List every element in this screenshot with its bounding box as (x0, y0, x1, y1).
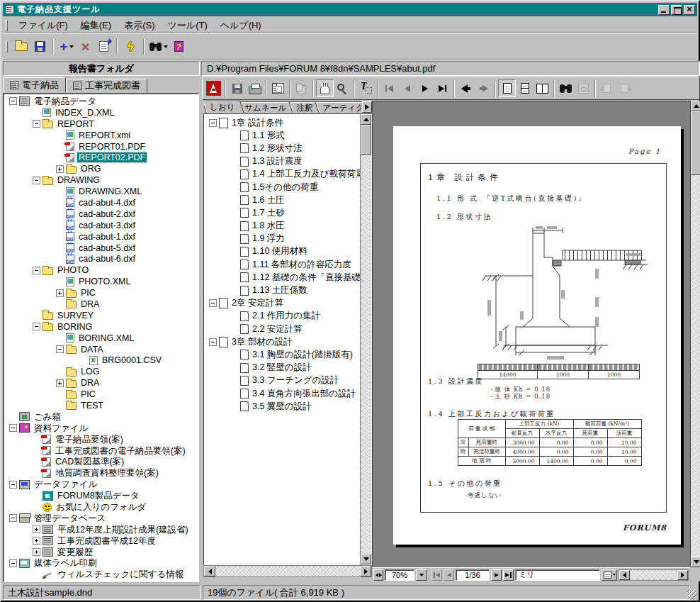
collapse-toggle-icon[interactable] (9, 481, 17, 489)
tree-item-label[interactable]: 変更履歴 (56, 547, 94, 557)
panel-splitter[interactable] (199, 77, 202, 583)
tree-item[interactable]: 電子納品データ (6, 96, 198, 107)
bookmark-item[interactable]: 1.9 浮力 (208, 233, 360, 245)
tree-item-label[interactable]: BRG0001.CSV (101, 355, 163, 365)
tree-item-label[interactable]: ORG (79, 164, 102, 174)
tree-item[interactable]: CAD製図基準(案) (6, 457, 198, 468)
collapse-toggle-icon[interactable] (33, 267, 40, 274)
scroll-right-button[interactable] (677, 570, 688, 580)
tree-item[interactable]: PIC (6, 287, 198, 299)
tree-item[interactable]: PIC (6, 389, 198, 400)
validate-button[interactable] (121, 38, 140, 56)
tree-item-label[interactable]: cad-abut-1.dxf (77, 232, 137, 242)
tree-item-label[interactable]: 地質調査資料整理要領(案) (54, 468, 160, 478)
bookmark-label[interactable]: 1.6 土圧 (252, 194, 285, 206)
bookmark-item[interactable]: 3.1 胸壁の設計(踏掛版有) (208, 348, 360, 361)
tree-item[interactable]: 管理データベース (6, 513, 198, 524)
tab-しおり[interactable]: しおり (204, 101, 244, 113)
tree-item-label[interactable]: REPORT01.PDF (77, 142, 147, 152)
bookmark-item[interactable]: 1.1 形式 (208, 129, 360, 142)
save-button[interactable] (30, 38, 49, 56)
expand-toggle-icon[interactable] (33, 537, 40, 545)
tree-item-label[interactable]: cad-abut-5.dxf (77, 243, 137, 253)
tree-item-label[interactable]: 媒体ラベル印刷 (33, 558, 98, 568)
tree-item-label[interactable]: 管理データベース (33, 513, 107, 523)
tree-item-label[interactable]: TEST (79, 401, 105, 411)
bookmark-item[interactable]: 1.2 形状寸法 (208, 142, 360, 155)
bookmark-label[interactable]: 3.2 竪壁の設計 (252, 362, 312, 374)
scroll-left-button[interactable] (204, 566, 215, 576)
bookmark-item[interactable]: 3.5 翼壁の設計 (208, 400, 360, 413)
toolbar-grip[interactable] (6, 41, 8, 52)
tree-item[interactable]: cad-abut-1.dxf (6, 231, 198, 243)
tree-item-label[interactable]: 平成12年度上期設計成果(建設省) (56, 525, 190, 535)
bookmark-label[interactable]: 1.9 浮力 (252, 233, 285, 245)
tree-item-label[interactable]: REPORT02.PDF (77, 152, 147, 162)
first-page-button[interactable] (431, 569, 442, 581)
first-page-button[interactable] (380, 79, 398, 97)
page-view[interactable]: Page 1 1章 設計条件 1.1 形 式 『逆T式橋台(直接基礎)』 1.2… (372, 101, 690, 567)
bookmark-vscrollbar[interactable] (360, 114, 371, 564)
tree-item-label[interactable]: REPORT (56, 119, 96, 129)
tree-item-label[interactable]: cad-abut-3.dxf (77, 221, 137, 230)
continuous-facing-button[interactable] (534, 79, 551, 97)
zoom-tool-button[interactable] (334, 79, 351, 97)
bookmark-label[interactable]: 3.5 翼壁の設計 (252, 401, 312, 413)
page-indicator-field[interactable]: 1/36 (456, 569, 490, 581)
bookmark-label[interactable]: 2.2 安定計算 (252, 323, 303, 335)
tree-item[interactable]: PHOTO (6, 264, 198, 276)
find-button[interactable] (148, 38, 169, 56)
expand-toggle-icon[interactable] (33, 525, 40, 533)
bookmark-item[interactable]: 1章 設計条件 (208, 116, 360, 129)
bookmark-label[interactable]: 3章 部材の設計 (232, 336, 293, 348)
tab-アーティクル[interactable]: アーティクル (315, 101, 361, 113)
tree-item[interactable]: BORING.XML (6, 333, 198, 344)
tree-item[interactable]: ごみ箱 (6, 411, 198, 423)
bookmark-label[interactable]: 1.13 土圧係数 (252, 284, 307, 296)
tree-item[interactable]: cad-abut-5.dxf (6, 243, 198, 254)
collapse-toggle-icon[interactable] (33, 177, 40, 184)
tree-item[interactable]: お気に入りのフォルダ (6, 501, 198, 513)
tree-item-label[interactable]: PIC (79, 288, 97, 298)
bookmark-item[interactable]: 1.5その他の荷重 (208, 181, 360, 194)
tree-item[interactable]: ウィルスチェックに関する情報 (6, 569, 198, 580)
collapse-toggle-icon[interactable] (209, 299, 217, 307)
tree-item-label[interactable]: LOG (79, 367, 101, 377)
bookmark-item[interactable]: 3.4 直角方向張出部の設計 (208, 387, 360, 400)
scroll-track[interactable] (361, 155, 371, 554)
next-page-button[interactable] (416, 79, 434, 97)
title-bar[interactable]: 電子納品支援ツール (3, 3, 697, 16)
bookmark-label[interactable]: 1.1 形式 (252, 130, 285, 142)
bookmark-label[interactable]: 3.4 直角方向張出部の設計 (252, 388, 356, 400)
tree-item[interactable]: cad-abut-3.dxf (6, 220, 198, 231)
bookmark-label[interactable]: 2.1 作用力の集計 (252, 310, 320, 322)
search-button[interactable] (575, 79, 592, 97)
scroll-thumb[interactable] (361, 125, 371, 155)
tree-item-label[interactable]: 工事完成図書の電子納品要領(案) (54, 446, 187, 456)
tree-item[interactable]: DATA (6, 344, 198, 355)
tree-item-label[interactable]: cad-abut-6.dxf (77, 254, 137, 264)
tree-item-label[interactable]: データファイル (33, 479, 98, 489)
tree-item-label[interactable]: cad-abut-4.dxf (77, 198, 137, 208)
tree-item[interactable]: PHOTO.XML (6, 276, 198, 287)
tree-item[interactable]: INDEX_D.XML (6, 107, 198, 118)
go-forward-button[interactable] (475, 79, 492, 97)
bookmark-item[interactable]: 1.3 設計震度 (208, 155, 360, 168)
tree-item[interactable]: 平成12年度上期設計成果(建設省) (6, 524, 198, 535)
unit-field[interactable]: ミリ (515, 569, 600, 581)
pane-splitter-button[interactable] (373, 569, 383, 581)
tree-item[interactable]: 変更履歴 (6, 547, 198, 558)
bookmark-label[interactable]: 1.7 土砂 (252, 207, 285, 219)
bookmark-item[interactable]: 2.1 作用力の集計 (208, 310, 360, 323)
tree-item-label[interactable]: 電子納品要領(案) (54, 435, 125, 445)
tree-item[interactable]: REPORT01.PDF (6, 141, 198, 152)
bookmark-item[interactable]: 3.2 竪壁の設計 (208, 362, 360, 374)
scroll-thumb[interactable] (691, 111, 700, 175)
bookmark-item[interactable]: 2章 安定計算 (208, 297, 360, 310)
scroll-left-button[interactable] (619, 570, 630, 580)
tree-item-label[interactable]: INDEX_D.XML (54, 108, 115, 118)
page-hscrollbar[interactable] (619, 569, 689, 581)
scroll-down-button[interactable] (691, 557, 700, 567)
bookmark-label[interactable]: 1.4 上部工反力及び載荷荷重 (252, 168, 360, 180)
tree-item-label[interactable]: SURVEY (56, 311, 95, 320)
